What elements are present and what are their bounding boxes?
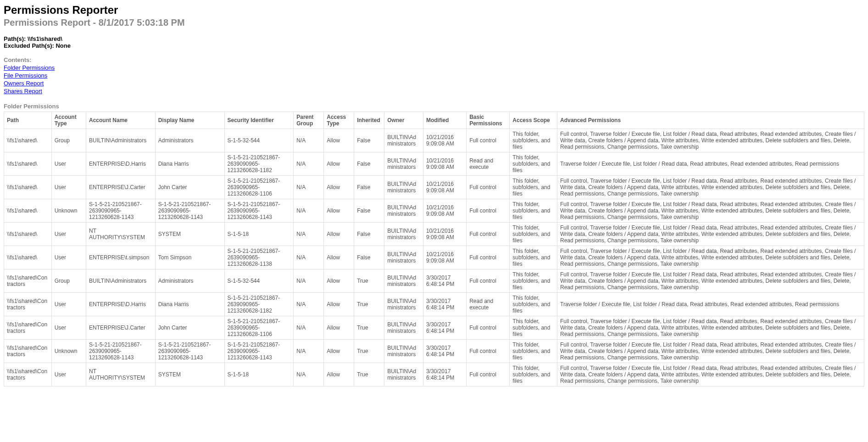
excluded-paths-line: Excluded Path(s): None bbox=[4, 42, 864, 49]
cell-sid: S-1-5-21-210521867-2639090965-1213260628… bbox=[224, 246, 294, 269]
cell-acct_name: NT AUTHORITY\SYSTEM bbox=[86, 222, 156, 246]
link-file-permissions[interactable]: File Permissions bbox=[4, 72, 47, 79]
cell-sid: S-1-5-32-544 bbox=[224, 269, 294, 292]
table-row: \\fs1\shared\UnknownS-1-5-21-210521867-2… bbox=[4, 199, 864, 222]
cell-parent: N/A bbox=[294, 175, 324, 199]
cell-acct_type: User bbox=[51, 292, 86, 316]
cell-scope: This folder, subfolders, and files bbox=[510, 269, 557, 292]
cell-parent: N/A bbox=[294, 129, 324, 152]
cell-acct_name: ENTERPRISE\D.Harris bbox=[86, 292, 156, 316]
cell-path: \\fs1\shared\ bbox=[4, 222, 52, 246]
cell-access: Allow bbox=[324, 269, 354, 292]
permissions-table: Path Account Type Account Name Display N… bbox=[4, 112, 864, 386]
th-basic-permissions: Basic Permissions bbox=[467, 112, 510, 129]
table-row: \\fs1\shared\ContractorsUserENTERPRISE\D… bbox=[4, 292, 864, 316]
cell-basic: Full control bbox=[467, 199, 510, 222]
cell-sid: S-1-5-21-210521867-2639090965-1213260628… bbox=[224, 339, 294, 363]
cell-modified: 3/30/2017 6:48:14 PM bbox=[423, 269, 466, 292]
cell-advanced: Full control, Traverse folder / Execute … bbox=[557, 199, 864, 222]
cell-access: Allow bbox=[324, 292, 354, 316]
paths-label: Path(s): bbox=[4, 35, 28, 42]
table-row: \\fs1\shared\UserENTERPRISE\J.CarterJohn… bbox=[4, 175, 864, 199]
cell-basic: Full control bbox=[467, 246, 510, 269]
th-parent-group: Parent Group bbox=[294, 112, 324, 129]
cell-path: \\fs1\shared\ bbox=[4, 129, 52, 152]
cell-parent: N/A bbox=[294, 316, 324, 339]
cell-sid: S-1-5-21-210521867-2639090965-1213260628… bbox=[224, 292, 294, 316]
cell-basic: Read and execute bbox=[467, 292, 510, 316]
cell-parent: N/A bbox=[294, 152, 324, 175]
link-folder-permissions[interactable]: Folder Permissions bbox=[4, 64, 55, 71]
table-row: \\fs1\shared\ContractorsUserENTERPRISE\J… bbox=[4, 316, 864, 339]
cell-advanced: Full control, Traverse folder / Execute … bbox=[557, 316, 864, 339]
cell-basic: Full control bbox=[467, 129, 510, 152]
nav-links: Folder Permissions File Permissions Owne… bbox=[4, 64, 864, 95]
cell-parent: N/A bbox=[294, 269, 324, 292]
cell-parent: N/A bbox=[294, 339, 324, 363]
cell-advanced: Full control, Traverse folder / Execute … bbox=[557, 175, 864, 199]
link-owners-report[interactable]: Owners Report bbox=[4, 80, 44, 87]
excluded-value: None bbox=[56, 42, 71, 49]
th-security-identifier: Security Identifier bbox=[224, 112, 294, 129]
cell-owner: BUILTIN\Administrators bbox=[384, 199, 423, 222]
cell-owner: BUILTIN\Administrators bbox=[384, 222, 423, 246]
cell-sid: S-1-5-21-210521867-2639090965-1213260628… bbox=[224, 175, 294, 199]
cell-basic: Full control bbox=[467, 175, 510, 199]
paths-value: \\fs1\shared\ bbox=[28, 35, 62, 42]
cell-sid: S-1-5-32-544 bbox=[224, 129, 294, 152]
cell-scope: This folder, subfolders, and files bbox=[510, 222, 557, 246]
th-owner: Owner bbox=[384, 112, 423, 129]
cell-access: Allow bbox=[324, 246, 354, 269]
cell-access: Allow bbox=[324, 152, 354, 175]
cell-inherited: False bbox=[354, 129, 384, 152]
cell-sid: S-1-5-21-210521867-2639090965-1213260628… bbox=[224, 316, 294, 339]
paths-line: Path(s): \\fs1\shared\ bbox=[4, 35, 864, 42]
cell-inherited: False bbox=[354, 152, 384, 175]
cell-owner: BUILTIN\Administrators bbox=[384, 175, 423, 199]
cell-acct_name: ENTERPRISE\J.Carter bbox=[86, 175, 156, 199]
cell-acct_name: ENTERPRISE\D.Harris bbox=[86, 152, 156, 175]
table-row: \\fs1\shared\UserENTERPRISE\t.simpsonTom… bbox=[4, 246, 864, 269]
cell-sid: S-1-5-21-210521867-2639090965-1213260628… bbox=[224, 152, 294, 175]
cell-inherited: True bbox=[354, 292, 384, 316]
cell-path: \\fs1\shared\Contractors bbox=[4, 269, 52, 292]
cell-path: \\fs1\shared\Contractors bbox=[4, 292, 52, 316]
cell-basic: Full control bbox=[467, 339, 510, 363]
cell-display: Administrators bbox=[155, 269, 224, 292]
cell-owner: BUILTIN\Administrators bbox=[384, 246, 423, 269]
cell-inherited: False bbox=[354, 246, 384, 269]
table-header-row: Path Account Type Account Name Display N… bbox=[4, 112, 864, 129]
cell-display: John Carter bbox=[155, 175, 224, 199]
cell-advanced: Full control, Traverse folder / Execute … bbox=[557, 339, 864, 363]
cell-access: Allow bbox=[324, 175, 354, 199]
cell-display: SYSTEM bbox=[155, 222, 224, 246]
cell-parent: N/A bbox=[294, 246, 324, 269]
th-display-name: Display Name bbox=[155, 112, 224, 129]
cell-modified: 10/21/2016 9:09:08 AM bbox=[423, 246, 466, 269]
cell-path: \\fs1\shared\ bbox=[4, 152, 52, 175]
cell-acct_name: BUILTIN\Administrators bbox=[86, 129, 156, 152]
cell-access: Allow bbox=[324, 363, 354, 386]
cell-sid: S-1-5-18 bbox=[224, 222, 294, 246]
cell-acct_type: Group bbox=[51, 269, 86, 292]
cell-access: Allow bbox=[324, 339, 354, 363]
cell-inherited: True bbox=[354, 269, 384, 292]
table-row: \\fs1\shared\UserNT AUTHORITY\SYSTEMSYST… bbox=[4, 222, 864, 246]
cell-scope: This folder, subfolders, and files bbox=[510, 175, 557, 199]
cell-owner: BUILTIN\Administrators bbox=[384, 339, 423, 363]
cell-acct_name: ENTERPRISE\t.simpson bbox=[86, 246, 156, 269]
cell-scope: This folder, subfolders, and files bbox=[510, 199, 557, 222]
cell-owner: BUILTIN\Administrators bbox=[384, 316, 423, 339]
cell-modified: 3/30/2017 6:48:14 PM bbox=[423, 363, 466, 386]
cell-acct_type: Unknown bbox=[51, 199, 86, 222]
th-access-type: Access Type bbox=[324, 112, 354, 129]
cell-basic: Full control bbox=[467, 222, 510, 246]
cell-parent: N/A bbox=[294, 292, 324, 316]
cell-advanced: Full control, Traverse folder / Execute … bbox=[557, 222, 864, 246]
cell-access: Allow bbox=[324, 316, 354, 339]
cell-path: \\fs1\shared\Contractors bbox=[4, 363, 52, 386]
cell-path: \\fs1\shared\Contractors bbox=[4, 339, 52, 363]
cell-modified: 10/21/2016 9:09:08 AM bbox=[423, 175, 466, 199]
cell-scope: This folder, subfolders, and files bbox=[510, 339, 557, 363]
link-shares-report[interactable]: Shares Report bbox=[4, 88, 42, 95]
